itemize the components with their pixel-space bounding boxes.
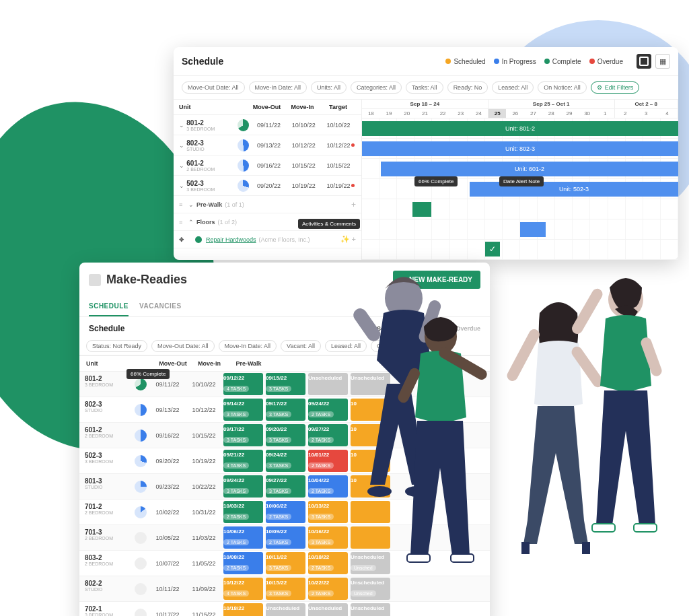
view-gantt-button[interactable] (637, 54, 651, 69)
task-card[interactable]: 09/24/223 TASKS (266, 450, 305, 472)
task-card[interactable]: Unscheduled3 TASKS (308, 603, 348, 616)
task-card[interactable]: 10/15/223 TASKS (266, 578, 305, 600)
task-card[interactable] (351, 526, 390, 549)
svg-rect-17 (639, 336, 663, 378)
task-card[interactable]: UnscheduledUnsched (351, 552, 390, 574)
filter-pill[interactable]: Move-Out Date: All (182, 81, 245, 94)
progress-icon (135, 455, 147, 467)
task-card[interactable]: 09/14/223 TASKS (223, 399, 263, 421)
filter-pill[interactable]: Ready: No (447, 81, 488, 94)
task-card[interactable]: 10/01/222 TASKS (308, 450, 348, 472)
filter-pill[interactable]: Categories: All (351, 81, 402, 94)
task-card[interactable]: 09/15/223 TASKS (266, 373, 305, 395)
unit-row[interactable]: ⌄ 601-22 BEDROOM 09/16/22 10/15/22 10/15… (174, 156, 361, 176)
tab-vacancies[interactable]: VACANCIES (139, 297, 182, 316)
filter-pill[interactable]: Vacant: All (281, 340, 321, 352)
task-card[interactable]: 10/04/222 TASKS (308, 475, 348, 498)
new-make-ready-button[interactable]: +NEW MAKE-READY (393, 271, 480, 289)
filter-pill[interactable]: Move-In Date: All (219, 340, 277, 352)
task-card[interactable]: 10/06/222 TASKS (266, 501, 305, 523)
progress-icon (135, 481, 147, 493)
date-alert-tooltip: Date Alert Note (499, 176, 544, 186)
task-card[interactable]: Unscheduled (308, 373, 348, 395)
progress-icon (135, 609, 147, 617)
task-card[interactable]: UnscheduledUnsched (351, 578, 390, 600)
task-card[interactable]: 10 (351, 399, 390, 421)
view-grid-button[interactable]: ▦ (655, 54, 670, 69)
task-row[interactable]: ✥ Repair Hardwoods (Acme Floors, Inc.) A… (174, 231, 361, 248)
task-card[interactable]: 10/12/224 TASKS (223, 578, 263, 600)
task-card[interactable]: 09/27/223 TASKS (266, 475, 305, 498)
schedule-row[interactable]: 802-3STUDIO 09/13/22 10/12/22 09/14/223 … (79, 397, 490, 423)
progress-icon (135, 404, 147, 416)
filter-pill[interactable]: Leased: All (492, 81, 534, 94)
svg-point-10 (542, 305, 575, 341)
gantt-bar[interactable]: Unit: 802-3 (362, 141, 678, 156)
task-card[interactable]: 10 (351, 475, 390, 498)
task-card[interactable]: 10/06/222 TASKS (223, 526, 263, 549)
schedule-row[interactable]: 601-22 BEDROOM 09/16/22 10/15/22 09/17/2… (79, 423, 490, 448)
svg-rect-16 (570, 287, 604, 336)
task-card[interactable]: 10/03/222 TASKS (223, 501, 263, 523)
schedule-row[interactable]: 802-2STUDIO 10/11/22 11/09/22 10/12/224 … (79, 576, 490, 602)
status-legend: Scheduled In Progress Complete Overdue ▦ (445, 54, 670, 69)
task-checkmark[interactable]: ✓ (485, 242, 500, 256)
activities-tooltip: Activities & Comments (298, 219, 360, 229)
task-card[interactable]: 10/11/223 TASKS (266, 552, 305, 574)
task-card[interactable]: 10/08/222 TASKS (223, 552, 263, 574)
task-card[interactable]: 10/16/223 TASKS (308, 526, 348, 549)
task-card[interactable]: 09/17/223 TASKS (266, 399, 305, 421)
task-card[interactable]: 09/24/223 TASKS (223, 475, 263, 498)
task-card[interactable]: 10/09/222 TASKS (266, 526, 305, 549)
task-card[interactable]: Unscheduled (351, 373, 390, 395)
task-card[interactable] (351, 501, 390, 523)
unit-row[interactable]: ⌄ 801-23 BEDROOM 09/11/22 10/10/22 10/10… (174, 115, 361, 135)
col-movein: Move-In (285, 104, 320, 110)
task-card[interactable]: 10/22/222 TASKS (308, 578, 348, 600)
filter-pill[interactable]: Move-In Date: All (249, 81, 307, 94)
task-card[interactable]: 09/12/224 TASKS (223, 373, 263, 395)
filter-pill[interactable]: On Notice: All (538, 81, 587, 94)
svg-point-15 (608, 281, 643, 318)
filter-pill[interactable]: Tasks: All (406, 81, 443, 94)
task-card[interactable]: 09/24/222 TASKS (308, 399, 348, 421)
edit-filters-button[interactable]: ⚙ E (424, 340, 447, 352)
page-title: Make-Readies (89, 273, 187, 287)
add-prewalk[interactable]: + (351, 200, 356, 209)
task-card[interactable]: 10 (351, 424, 390, 446)
schedule-row[interactable]: 803-22 BEDROOM 10/07/22 11/05/22 10/08/2… (79, 551, 490, 576)
schedule-row[interactable]: 701-22 BEDROOM 10/02/22 10/31/22 10/03/2… (79, 500, 490, 525)
filter-pill[interactable]: Status: Not Ready (86, 340, 147, 352)
schedule-row[interactable]: 702-13 BEDROOM 10/17/22 11/15/22 10/18/2… (79, 602, 490, 616)
task-card[interactable]: 10 (351, 450, 390, 472)
task-card[interactable]: 09/20/223 TASKS (266, 424, 305, 446)
task-card[interactable]: 10/18/226 TASKS (223, 603, 263, 616)
task-card[interactable]: 10/13/223 TASKS (308, 501, 348, 523)
filter-pill[interactable]: Move-Out Date: All (151, 340, 215, 352)
task-card[interactable]: 10/18/222 TASKS (308, 552, 348, 574)
filter-pill[interactable]: Units: All (311, 81, 347, 94)
schedule-row[interactable]: 502-33 BEDROOM 09/20/22 10/19/22 09/21/2… (79, 448, 490, 474)
edit-filters-button[interactable]: ⚙Edit Filters (591, 81, 640, 94)
task-card[interactable]: UnscheduledUnsched (351, 603, 390, 616)
prewalk-group[interactable]: ≡⌄ Pre-Walk (1 of 1) + (174, 196, 361, 213)
filter-pill[interactable]: Leased: All (325, 340, 367, 352)
tab-schedule[interactable]: SCHEDULE (89, 297, 129, 316)
gantt-bar[interactable]: Unit: 601-2 (381, 162, 678, 176)
task-card[interactable]: 09/17/223 TASKS (223, 424, 263, 446)
filter-pill[interactable]: On Notice: All (371, 340, 420, 352)
col-moveout: Move-Out (249, 104, 285, 110)
complete-tooltip: 66% Complete (414, 176, 458, 186)
task-card[interactable]: 09/27/222 TASKS (308, 424, 348, 446)
svg-rect-11 (505, 327, 542, 383)
task-card[interactable]: 09/21/224 TASKS (223, 450, 263, 472)
unit-row[interactable]: ⌄ 802-3STUDIO 09/13/22 10/12/22 10/12/22 (174, 135, 361, 156)
unit-row[interactable]: ⌄ 502-33 BEDROOM 09/20/22 10/19/22 10/19… (174, 176, 361, 196)
schedule-gantt-panel: Schedule Scheduled In Progress Complete … (174, 47, 678, 260)
col-target: Target (320, 104, 356, 110)
gantt-bar[interactable]: Unit: 801-2 (362, 121, 678, 136)
schedule-row[interactable]: 701-32 BEDROOM 10/05/22 11/03/22 10/06/2… (79, 525, 490, 551)
schedule-row[interactable]: 801-3STUDIO 09/23/22 10/22/22 09/24/223 … (79, 474, 490, 500)
schedule-subtitle: Schedule (89, 324, 124, 333)
task-card[interactable]: Unscheduled3 TASKS (266, 603, 305, 616)
